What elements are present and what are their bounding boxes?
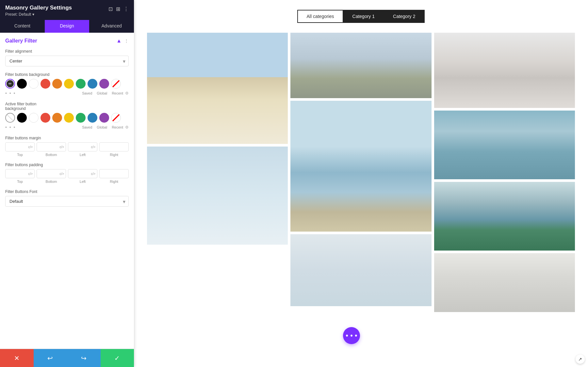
- save-button[interactable]: ✓: [101, 349, 134, 367]
- responsive-icon[interactable]: ⊡: [108, 6, 113, 12]
- arrow-icon: ↗: [578, 357, 582, 362]
- collapse-icon[interactable]: ▲: [116, 38, 122, 44]
- panel-header-icons: ⊡ ⊞ ⋮: [108, 6, 129, 12]
- active-color-swatch-custom[interactable]: [5, 113, 15, 123]
- layout-icon[interactable]: ⊞: [116, 6, 120, 12]
- active-color-swatch-orange[interactable]: [52, 113, 62, 123]
- active-color-swatch-black[interactable]: [17, 113, 27, 123]
- filter-category-2[interactable]: Category 2: [384, 10, 424, 23]
- active-color-swatch-transparent[interactable]: [111, 113, 121, 123]
- more-options-icon[interactable]: ⋮: [123, 6, 129, 12]
- filter-alignment-select[interactable]: Center Left Right: [5, 56, 129, 66]
- margin-left-unit: c/>: [91, 145, 95, 149]
- gallery-item-5[interactable]: [290, 234, 431, 306]
- tab-design[interactable]: Design: [45, 20, 90, 33]
- active-more-colors-dots[interactable]: • • •: [5, 125, 16, 130]
- active-color-swatch-red[interactable]: [41, 113, 50, 123]
- color-swatch-purple[interactable]: [99, 79, 109, 89]
- margin-right-input[interactable]: [99, 142, 129, 151]
- fab-button[interactable]: • • •: [343, 327, 360, 344]
- filter-buttons-bg-label: Filter buttons background: [5, 72, 129, 77]
- redo-icon: ↪: [81, 354, 87, 362]
- color-swatch-red[interactable]: [41, 79, 50, 89]
- section-actions: ▲ ⋮: [116, 38, 129, 44]
- margin-top-field: c/> Top: [5, 142, 35, 157]
- gallery-item-1[interactable]: [147, 33, 288, 144]
- padding-right-input[interactable]: [99, 169, 129, 178]
- filter-category-1[interactable]: Category 1: [343, 10, 384, 23]
- active-color-settings-icon[interactable]: ⚙: [125, 125, 129, 130]
- active-global-label[interactable]: Global: [97, 125, 107, 129]
- active-color-swatch-purple[interactable]: [99, 113, 109, 123]
- color-swatch-white[interactable]: [29, 79, 39, 89]
- recent-label[interactable]: Recent: [112, 91, 123, 95]
- gallery-item-4[interactable]: [147, 147, 288, 245]
- redo-button[interactable]: ↪: [67, 349, 101, 367]
- panel-body: Gallery Filter ▲ ⋮ Filter alignment Cent…: [0, 33, 134, 349]
- margin-left-field: c/> Left: [68, 142, 97, 157]
- filter-bar: All categories Category 1 Category 2: [147, 10, 575, 23]
- section-title: Gallery Filter: [5, 38, 37, 44]
- saved-label[interactable]: Saved: [82, 91, 92, 95]
- filter-buttons-font-label: Filter Buttons Font: [5, 189, 129, 194]
- active-saved-label[interactable]: Saved: [82, 125, 92, 129]
- color-swatch-green[interactable]: [76, 79, 86, 89]
- global-label[interactable]: Global: [97, 91, 107, 95]
- tab-content[interactable]: Content: [0, 20, 45, 33]
- active-color-swatch-white[interactable]: [29, 113, 39, 123]
- undo-button[interactable]: ↩: [34, 349, 67, 367]
- filter-buttons-bg-group: Filter buttons background ✏ • • • Saved …: [5, 72, 129, 96]
- gallery-image-6: [434, 111, 575, 179]
- margin-right-label: Right: [110, 153, 118, 157]
- section-menu-icon[interactable]: ⋮: [124, 38, 129, 44]
- color-swatch-yellow[interactable]: [64, 79, 74, 89]
- gallery-image-9: [434, 253, 575, 312]
- corner-arrow[interactable]: ↗: [576, 355, 585, 364]
- gallery-item-2[interactable]: [290, 101, 431, 232]
- panel-preset[interactable]: Preset: Default ▾: [5, 12, 72, 17]
- margin-grid: c/> Top c/> Bottom c/> Left: [5, 142, 129, 157]
- padding-bottom-label: Bottom: [46, 180, 57, 184]
- color-swatch-blue[interactable]: [88, 79, 97, 89]
- filter-alignment-select-wrapper: Center Left Right: [5, 56, 129, 66]
- padding-top-field: c/> Top: [5, 169, 35, 184]
- pencil-icon: ✏: [8, 81, 12, 86]
- color-settings-icon[interactable]: ⚙: [125, 91, 129, 96]
- active-color-swatch-yellow[interactable]: [64, 113, 74, 123]
- filter-buttons-padding-label: Filter buttons padding: [5, 163, 129, 167]
- color-swatch-custom[interactable]: ✏: [5, 79, 15, 89]
- panel-footer: ✕ ↩ ↪ ✓: [0, 349, 134, 367]
- fab-icon: • • •: [346, 331, 357, 340]
- more-colors-dots[interactable]: • • •: [5, 91, 16, 96]
- color-swatch-black[interactable]: [17, 79, 27, 89]
- padding-top-unit: c/>: [28, 172, 33, 176]
- section-header: Gallery Filter ▲ ⋮: [5, 38, 129, 44]
- margin-right-field: Right: [99, 142, 129, 157]
- gallery-item-6[interactable]: [434, 111, 575, 179]
- tab-advanced[interactable]: Advanced: [89, 20, 134, 33]
- filter-buttons-font-select[interactable]: Default Arial Georgia Helvetica: [5, 196, 129, 207]
- gallery-item-8[interactable]: [434, 182, 575, 251]
- padding-right-label: Right: [110, 180, 118, 184]
- active-color-swatch-blue[interactable]: [88, 113, 97, 123]
- color-row-labels-2: • • • Saved Global Recent ⚙: [5, 125, 129, 130]
- color-swatch-transparent[interactable]: [111, 79, 121, 89]
- gallery-item-9[interactable]: [434, 253, 575, 312]
- margin-bottom-unit: c/>: [59, 145, 64, 149]
- content-area: All categories Category 1 Category 2: [134, 0, 588, 367]
- filter-buttons-padding-group: Filter buttons padding c/> Top c/> Botto…: [5, 163, 129, 184]
- margin-top-unit: c/>: [28, 145, 33, 149]
- filter-all-categories[interactable]: All categories: [297, 10, 343, 23]
- settings-panel: Masonry Gallery Settings Preset: Default…: [0, 0, 134, 367]
- gallery-image-4: [147, 147, 288, 245]
- cancel-button[interactable]: ✕: [0, 349, 34, 367]
- save-icon: ✓: [114, 354, 120, 362]
- gallery-item-7[interactable]: [290, 33, 431, 98]
- color-swatch-orange[interactable]: [52, 79, 62, 89]
- undo-icon: ↩: [47, 354, 53, 362]
- active-recent-label[interactable]: Recent: [112, 125, 123, 129]
- gallery-image-3: [434, 33, 575, 108]
- gallery-item-3[interactable]: [434, 33, 575, 108]
- active-color-swatch-green[interactable]: [76, 113, 86, 123]
- filter-buttons-margin-label: Filter buttons margin: [5, 136, 129, 140]
